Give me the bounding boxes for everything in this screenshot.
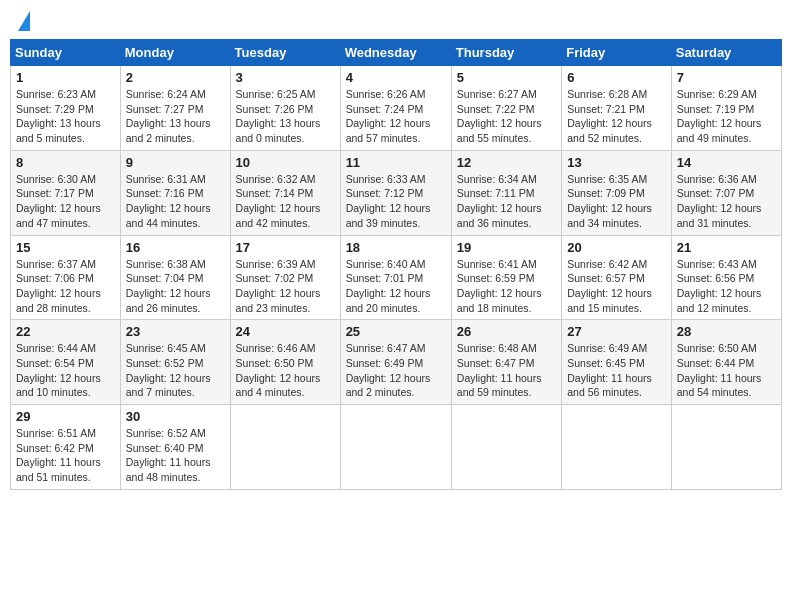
weekday-header-thursday: Thursday <box>451 40 561 66</box>
day-cell: 29Sunrise: 6:51 AMSunset: 6:42 PMDayligh… <box>11 405 121 490</box>
logo-triangle-icon <box>18 11 30 31</box>
day-number: 23 <box>126 324 225 339</box>
day-cell: 18Sunrise: 6:40 AMSunset: 7:01 PMDayligh… <box>340 235 451 320</box>
day-number: 29 <box>16 409 115 424</box>
day-info: Sunrise: 6:23 AMSunset: 7:29 PMDaylight:… <box>16 87 115 146</box>
day-cell: 17Sunrise: 6:39 AMSunset: 7:02 PMDayligh… <box>230 235 340 320</box>
day-number: 11 <box>346 155 446 170</box>
weekday-header-tuesday: Tuesday <box>230 40 340 66</box>
day-cell <box>451 405 561 490</box>
day-number: 12 <box>457 155 556 170</box>
day-info: Sunrise: 6:49 AMSunset: 6:45 PMDaylight:… <box>567 341 666 400</box>
day-number: 24 <box>236 324 335 339</box>
day-cell: 19Sunrise: 6:41 AMSunset: 6:59 PMDayligh… <box>451 235 561 320</box>
day-cell: 28Sunrise: 6:50 AMSunset: 6:44 PMDayligh… <box>671 320 781 405</box>
day-cell: 9Sunrise: 6:31 AMSunset: 7:16 PMDaylight… <box>120 150 230 235</box>
day-number: 15 <box>16 240 115 255</box>
page-header <box>10 10 782 31</box>
week-row-2: 8Sunrise: 6:30 AMSunset: 7:17 PMDaylight… <box>11 150 782 235</box>
day-cell: 25Sunrise: 6:47 AMSunset: 6:49 PMDayligh… <box>340 320 451 405</box>
day-info: Sunrise: 6:26 AMSunset: 7:24 PMDaylight:… <box>346 87 446 146</box>
day-info: Sunrise: 6:51 AMSunset: 6:42 PMDaylight:… <box>16 426 115 485</box>
day-info: Sunrise: 6:24 AMSunset: 7:27 PMDaylight:… <box>126 87 225 146</box>
day-cell: 8Sunrise: 6:30 AMSunset: 7:17 PMDaylight… <box>11 150 121 235</box>
day-number: 16 <box>126 240 225 255</box>
day-info: Sunrise: 6:48 AMSunset: 6:47 PMDaylight:… <box>457 341 556 400</box>
day-number: 10 <box>236 155 335 170</box>
day-cell: 2Sunrise: 6:24 AMSunset: 7:27 PMDaylight… <box>120 66 230 151</box>
day-number: 13 <box>567 155 666 170</box>
day-cell: 22Sunrise: 6:44 AMSunset: 6:54 PMDayligh… <box>11 320 121 405</box>
day-cell: 20Sunrise: 6:42 AMSunset: 6:57 PMDayligh… <box>562 235 672 320</box>
day-info: Sunrise: 6:34 AMSunset: 7:11 PMDaylight:… <box>457 172 556 231</box>
day-cell: 14Sunrise: 6:36 AMSunset: 7:07 PMDayligh… <box>671 150 781 235</box>
day-number: 26 <box>457 324 556 339</box>
day-cell <box>340 405 451 490</box>
day-cell: 27Sunrise: 6:49 AMSunset: 6:45 PMDayligh… <box>562 320 672 405</box>
day-number: 4 <box>346 70 446 85</box>
day-number: 27 <box>567 324 666 339</box>
day-cell: 4Sunrise: 6:26 AMSunset: 7:24 PMDaylight… <box>340 66 451 151</box>
day-cell: 26Sunrise: 6:48 AMSunset: 6:47 PMDayligh… <box>451 320 561 405</box>
day-cell: 24Sunrise: 6:46 AMSunset: 6:50 PMDayligh… <box>230 320 340 405</box>
day-number: 14 <box>677 155 776 170</box>
day-info: Sunrise: 6:35 AMSunset: 7:09 PMDaylight:… <box>567 172 666 231</box>
day-number: 5 <box>457 70 556 85</box>
day-cell: 1Sunrise: 6:23 AMSunset: 7:29 PMDaylight… <box>11 66 121 151</box>
day-number: 9 <box>126 155 225 170</box>
day-number: 25 <box>346 324 446 339</box>
weekday-header-saturday: Saturday <box>671 40 781 66</box>
day-cell <box>562 405 672 490</box>
day-number: 28 <box>677 324 776 339</box>
day-cell <box>230 405 340 490</box>
day-info: Sunrise: 6:52 AMSunset: 6:40 PMDaylight:… <box>126 426 225 485</box>
day-cell: 11Sunrise: 6:33 AMSunset: 7:12 PMDayligh… <box>340 150 451 235</box>
day-info: Sunrise: 6:45 AMSunset: 6:52 PMDaylight:… <box>126 341 225 400</box>
day-number: 19 <box>457 240 556 255</box>
day-number: 7 <box>677 70 776 85</box>
day-cell: 23Sunrise: 6:45 AMSunset: 6:52 PMDayligh… <box>120 320 230 405</box>
week-row-4: 22Sunrise: 6:44 AMSunset: 6:54 PMDayligh… <box>11 320 782 405</box>
day-info: Sunrise: 6:42 AMSunset: 6:57 PMDaylight:… <box>567 257 666 316</box>
day-cell: 7Sunrise: 6:29 AMSunset: 7:19 PMDaylight… <box>671 66 781 151</box>
calendar-table: SundayMondayTuesdayWednesdayThursdayFrid… <box>10 39 782 490</box>
logo <box>15 15 30 31</box>
day-info: Sunrise: 6:37 AMSunset: 7:06 PMDaylight:… <box>16 257 115 316</box>
day-info: Sunrise: 6:44 AMSunset: 6:54 PMDaylight:… <box>16 341 115 400</box>
week-row-3: 15Sunrise: 6:37 AMSunset: 7:06 PMDayligh… <box>11 235 782 320</box>
day-number: 2 <box>126 70 225 85</box>
weekday-header-row: SundayMondayTuesdayWednesdayThursdayFrid… <box>11 40 782 66</box>
weekday-header-friday: Friday <box>562 40 672 66</box>
day-number: 22 <box>16 324 115 339</box>
day-cell <box>671 405 781 490</box>
day-info: Sunrise: 6:28 AMSunset: 7:21 PMDaylight:… <box>567 87 666 146</box>
day-cell: 6Sunrise: 6:28 AMSunset: 7:21 PMDaylight… <box>562 66 672 151</box>
day-number: 30 <box>126 409 225 424</box>
day-info: Sunrise: 6:39 AMSunset: 7:02 PMDaylight:… <box>236 257 335 316</box>
day-number: 8 <box>16 155 115 170</box>
day-info: Sunrise: 6:33 AMSunset: 7:12 PMDaylight:… <box>346 172 446 231</box>
day-cell: 21Sunrise: 6:43 AMSunset: 6:56 PMDayligh… <box>671 235 781 320</box>
day-info: Sunrise: 6:32 AMSunset: 7:14 PMDaylight:… <box>236 172 335 231</box>
day-number: 6 <box>567 70 666 85</box>
day-info: Sunrise: 6:38 AMSunset: 7:04 PMDaylight:… <box>126 257 225 316</box>
day-info: Sunrise: 6:50 AMSunset: 6:44 PMDaylight:… <box>677 341 776 400</box>
day-cell: 10Sunrise: 6:32 AMSunset: 7:14 PMDayligh… <box>230 150 340 235</box>
week-row-1: 1Sunrise: 6:23 AMSunset: 7:29 PMDaylight… <box>11 66 782 151</box>
day-info: Sunrise: 6:47 AMSunset: 6:49 PMDaylight:… <box>346 341 446 400</box>
day-number: 17 <box>236 240 335 255</box>
day-info: Sunrise: 6:31 AMSunset: 7:16 PMDaylight:… <box>126 172 225 231</box>
day-number: 20 <box>567 240 666 255</box>
day-number: 18 <box>346 240 446 255</box>
day-cell: 15Sunrise: 6:37 AMSunset: 7:06 PMDayligh… <box>11 235 121 320</box>
day-info: Sunrise: 6:41 AMSunset: 6:59 PMDaylight:… <box>457 257 556 316</box>
day-cell: 3Sunrise: 6:25 AMSunset: 7:26 PMDaylight… <box>230 66 340 151</box>
day-info: Sunrise: 6:36 AMSunset: 7:07 PMDaylight:… <box>677 172 776 231</box>
day-info: Sunrise: 6:30 AMSunset: 7:17 PMDaylight:… <box>16 172 115 231</box>
weekday-header-monday: Monday <box>120 40 230 66</box>
day-info: Sunrise: 6:46 AMSunset: 6:50 PMDaylight:… <box>236 341 335 400</box>
day-info: Sunrise: 6:40 AMSunset: 7:01 PMDaylight:… <box>346 257 446 316</box>
day-info: Sunrise: 6:25 AMSunset: 7:26 PMDaylight:… <box>236 87 335 146</box>
day-info: Sunrise: 6:43 AMSunset: 6:56 PMDaylight:… <box>677 257 776 316</box>
day-cell: 12Sunrise: 6:34 AMSunset: 7:11 PMDayligh… <box>451 150 561 235</box>
